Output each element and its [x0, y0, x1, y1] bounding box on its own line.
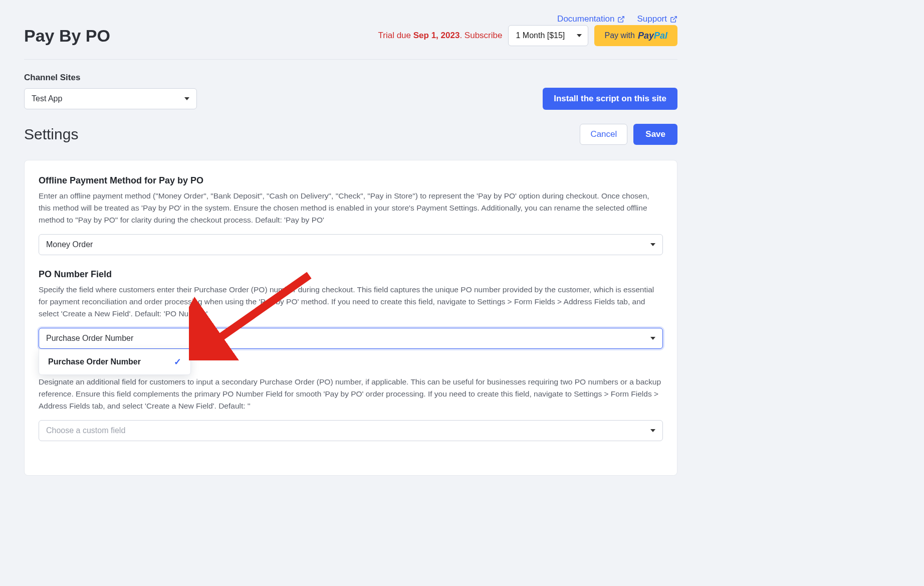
offline-method-title: Offline Payment Method for Pay by PO: [39, 175, 663, 186]
po-number-field-desc: Specify the field where customers enter …: [39, 284, 663, 320]
subscription-term-select[interactable]: 1 Month [$15]: [508, 25, 588, 46]
paypal-logo: PayPal: [638, 31, 667, 41]
svg-line-1: [673, 16, 676, 20]
secondary-po-select[interactable]: Choose a custom field: [39, 420, 663, 441]
po-number-field-options: Purchase Order Number ✓: [39, 349, 191, 375]
support-label: Support: [637, 14, 667, 24]
po-number-field-select[interactable]: Purchase Order Number: [39, 328, 663, 349]
external-link-icon: [670, 16, 677, 23]
settings-heading: Settings: [24, 126, 78, 143]
page-title: Pay By PO: [24, 26, 110, 46]
trial-notice: Trial due Sep 1, 2023. Subscribe: [378, 31, 503, 41]
po-number-option[interactable]: Purchase Order Number ✓: [39, 349, 190, 374]
offline-method-desc: Enter an offline payment method ("Money …: [39, 190, 663, 226]
caret-down-icon: [650, 429, 655, 432]
settings-card: Offline Payment Method for Pay by PO Ent…: [24, 160, 677, 476]
svg-line-0: [621, 16, 624, 20]
channel-site-select[interactable]: Test App: [24, 88, 197, 109]
subscription-term-value: 1 Month [$15]: [516, 31, 565, 40]
support-link[interactable]: Support: [637, 14, 677, 24]
save-button[interactable]: Save: [633, 124, 677, 145]
po-number-option-label: Purchase Order Number: [48, 357, 141, 366]
pay-with-paypal-button[interactable]: Pay with PayPal: [594, 25, 677, 46]
channel-site-value: Test App: [32, 94, 62, 103]
caret-down-icon: [650, 243, 655, 246]
secondary-po-placeholder: Choose a custom field: [46, 426, 125, 435]
offline-method-select[interactable]: Money Order: [39, 234, 663, 255]
caret-down-icon: [184, 97, 189, 100]
caret-down-icon: [577, 34, 582, 37]
external-link-icon: [617, 16, 625, 23]
install-script-button[interactable]: Install the script on this site: [543, 88, 677, 110]
caret-down-icon: [650, 337, 655, 340]
cancel-button[interactable]: Cancel: [580, 124, 627, 145]
subscribe-link[interactable]: Subscribe: [465, 31, 503, 40]
secondary-po-desc: Designate an additional field for custom…: [39, 376, 663, 412]
po-number-field-title: PO Number Field: [39, 269, 663, 280]
check-icon: ✓: [174, 356, 181, 367]
documentation-link[interactable]: Documentation: [557, 14, 625, 24]
documentation-label: Documentation: [557, 14, 614, 24]
channel-sites-label: Channel Sites: [24, 73, 677, 83]
offline-method-value: Money Order: [46, 240, 93, 249]
po-number-field-value: Purchase Order Number: [46, 334, 133, 343]
